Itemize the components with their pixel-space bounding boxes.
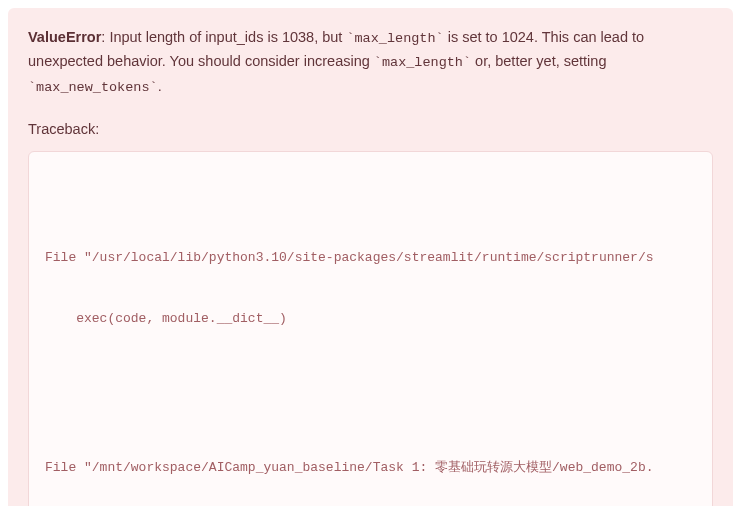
traceback-frame: File "/mnt/workspace/AICamp_yuan_baselin… <box>45 417 696 506</box>
frame-code: exec(code, module.__dict__) <box>45 309 696 329</box>
error-code-3: `max_new_tokens` <box>28 80 158 95</box>
error-container: ValueError: Input length of input_ids is… <box>8 8 733 506</box>
error-name: ValueError <box>28 29 101 45</box>
frame-location: File "/usr/local/lib/python3.10/site-pac… <box>45 248 696 268</box>
traceback-frame: File "/usr/local/lib/python3.10/site-pac… <box>45 208 696 369</box>
frame-location: File "/mnt/workspace/AICamp_yuan_baselin… <box>45 458 696 478</box>
error-code-2: `max_length` <box>374 55 471 70</box>
traceback-label: Traceback: <box>28 121 713 137</box>
traceback-block: File "/usr/local/lib/python3.10/site-pac… <box>28 151 713 506</box>
error-text-3: or, better yet, setting <box>471 53 606 69</box>
error-code-1: `max_length` <box>346 31 443 46</box>
error-text-1: : Input length of input_ids is 1038, but <box>101 29 346 45</box>
error-message: ValueError: Input length of input_ids is… <box>28 26 713 99</box>
error-text-4: . <box>158 78 162 94</box>
